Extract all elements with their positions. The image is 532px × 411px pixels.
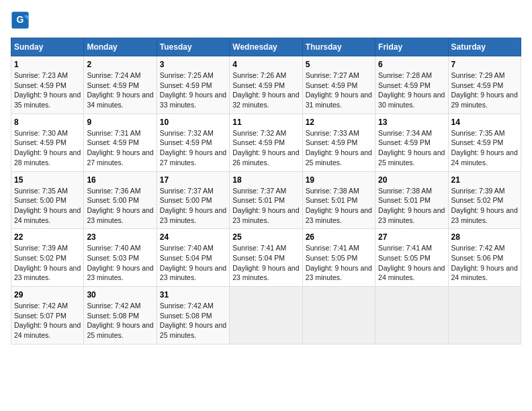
- day-number: 14: [451, 118, 518, 127]
- day-info: Sunrise: 7:23 AMSunset: 4:59 PMDaylight:…: [14, 71, 81, 109]
- calendar-day-cell: 28 Sunrise: 7:42 AMSunset: 5:06 PMDaylig…: [448, 229, 521, 287]
- day-number: 5: [306, 60, 372, 69]
- calendar-day-cell: 5 Sunrise: 7:27 AMSunset: 4:59 PMDayligh…: [302, 56, 375, 114]
- day-info: Sunrise: 7:40 AMSunset: 5:04 PMDaylight:…: [160, 244, 226, 281]
- calendar-day-cell: 18 Sunrise: 7:37 AMSunset: 5:01 PMDaylig…: [230, 171, 302, 229]
- day-info: Sunrise: 7:28 AMSunset: 4:59 PMDaylight:…: [378, 71, 445, 109]
- calendar-day-cell: 10 Sunrise: 7:32 AMSunset: 4:59 PMDaylig…: [157, 113, 229, 171]
- day-number: 1: [14, 60, 81, 69]
- day-info: Sunrise: 7:24 AMSunset: 4:59 PMDaylight:…: [87, 71, 153, 109]
- calendar-day-cell: 19 Sunrise: 7:38 AMSunset: 5:01 PMDaylig…: [302, 171, 375, 229]
- day-number: 30: [87, 290, 153, 300]
- weekday-header: Monday: [84, 38, 157, 56]
- calendar-day-cell: 7 Sunrise: 7:29 AMSunset: 4:59 PMDayligh…: [448, 56, 521, 114]
- calendar-day-cell: 11 Sunrise: 7:32 AMSunset: 4:59 PMDaylig…: [230, 113, 302, 171]
- day-number: 23: [87, 232, 153, 242]
- calendar-day-cell: [375, 287, 448, 345]
- day-number: 6: [378, 60, 445, 69]
- day-info: Sunrise: 7:41 AMSunset: 5:05 PMDaylight:…: [306, 244, 372, 281]
- day-number: 3: [160, 60, 226, 69]
- day-info: Sunrise: 7:42 AMSunset: 5:08 PMDaylight:…: [160, 302, 226, 339]
- weekday-header: Friday: [375, 38, 448, 56]
- calendar-day-cell: 25 Sunrise: 7:41 AMSunset: 5:04 PMDaylig…: [230, 229, 302, 287]
- calendar-day-cell: [230, 287, 302, 345]
- calendar-day-cell: 24 Sunrise: 7:40 AMSunset: 5:04 PMDaylig…: [157, 229, 229, 287]
- calendar-day-cell: 12 Sunrise: 7:33 AMSunset: 4:59 PMDaylig…: [302, 113, 375, 171]
- day-number: 16: [87, 175, 153, 185]
- day-info: Sunrise: 7:40 AMSunset: 5:03 PMDaylight:…: [87, 244, 153, 281]
- calendar-week-row: 15 Sunrise: 7:35 AMSunset: 5:00 PMDaylig…: [11, 171, 521, 229]
- calendar-week-row: 8 Sunrise: 7:30 AMSunset: 4:59 PMDayligh…: [11, 113, 521, 171]
- calendar-day-cell: 13 Sunrise: 7:34 AMSunset: 4:59 PMDaylig…: [375, 113, 448, 171]
- day-info: Sunrise: 7:36 AMSunset: 5:00 PMDaylight:…: [87, 187, 153, 224]
- calendar-day-cell: 29 Sunrise: 7:42 AMSunset: 5:07 PMDaylig…: [11, 287, 84, 345]
- day-number: 11: [232, 118, 299, 127]
- day-number: 19: [306, 175, 372, 185]
- calendar-day-cell: 22 Sunrise: 7:39 AMSunset: 5:02 PMDaylig…: [11, 229, 84, 287]
- day-number: 13: [378, 118, 445, 127]
- day-info: Sunrise: 7:30 AMSunset: 4:59 PMDaylight:…: [14, 129, 81, 167]
- logo: G: [11, 11, 32, 30]
- calendar-day-cell: [302, 287, 375, 345]
- day-info: Sunrise: 7:42 AMSunset: 5:06 PMDaylight:…: [451, 244, 518, 281]
- calendar-day-cell: 21 Sunrise: 7:39 AMSunset: 5:02 PMDaylig…: [448, 171, 521, 229]
- day-number: 9: [87, 118, 153, 127]
- calendar-week-row: 1 Sunrise: 7:23 AMSunset: 4:59 PMDayligh…: [11, 56, 521, 114]
- calendar-table: SundayMondayTuesdayWednesdayThursdayFrid…: [11, 38, 521, 345]
- day-number: 7: [451, 60, 518, 69]
- day-number: 31: [160, 290, 226, 300]
- calendar-day-cell: 6 Sunrise: 7:28 AMSunset: 4:59 PMDayligh…: [375, 56, 448, 114]
- day-number: 4: [232, 60, 299, 69]
- day-info: Sunrise: 7:42 AMSunset: 5:07 PMDaylight:…: [14, 302, 81, 339]
- calendar-day-cell: 20 Sunrise: 7:38 AMSunset: 5:01 PMDaylig…: [375, 171, 448, 229]
- calendar-day-cell: 16 Sunrise: 7:36 AMSunset: 5:00 PMDaylig…: [84, 171, 157, 229]
- calendar-day-cell: 23 Sunrise: 7:40 AMSunset: 5:03 PMDaylig…: [84, 229, 157, 287]
- logo-icon: G: [11, 11, 30, 30]
- day-number: 27: [378, 232, 445, 242]
- calendar-day-cell: 31 Sunrise: 7:42 AMSunset: 5:08 PMDaylig…: [157, 287, 229, 345]
- weekday-header: Tuesday: [157, 38, 229, 56]
- weekday-header: Sunday: [11, 38, 84, 56]
- day-info: Sunrise: 7:32 AMSunset: 4:59 PMDaylight:…: [232, 129, 299, 167]
- calendar-day-cell: 9 Sunrise: 7:31 AMSunset: 4:59 PMDayligh…: [84, 113, 157, 171]
- day-number: 10: [160, 118, 226, 127]
- calendar-day-cell: 30 Sunrise: 7:42 AMSunset: 5:08 PMDaylig…: [84, 287, 157, 345]
- day-info: Sunrise: 7:35 AMSunset: 4:59 PMDaylight:…: [451, 129, 518, 167]
- day-number: 15: [14, 175, 81, 185]
- day-number: 21: [451, 175, 518, 185]
- day-info: Sunrise: 7:31 AMSunset: 4:59 PMDaylight:…: [87, 129, 153, 167]
- day-number: 2: [87, 60, 153, 69]
- day-number: 8: [14, 118, 81, 127]
- day-number: 26: [306, 232, 372, 242]
- header: G: [11, 11, 521, 30]
- calendar-day-cell: 17 Sunrise: 7:37 AMSunset: 5:00 PMDaylig…: [157, 171, 229, 229]
- calendar-day-cell: 26 Sunrise: 7:41 AMSunset: 5:05 PMDaylig…: [302, 229, 375, 287]
- day-number: 20: [378, 175, 445, 185]
- calendar-day-cell: [448, 287, 521, 345]
- day-number: 17: [160, 175, 226, 185]
- day-info: Sunrise: 7:37 AMSunset: 5:00 PMDaylight:…: [160, 187, 226, 224]
- day-number: 12: [306, 118, 372, 127]
- calendar-day-cell: 2 Sunrise: 7:24 AMSunset: 4:59 PMDayligh…: [84, 56, 157, 114]
- day-info: Sunrise: 7:25 AMSunset: 4:59 PMDaylight:…: [160, 71, 226, 109]
- calendar-week-row: 22 Sunrise: 7:39 AMSunset: 5:02 PMDaylig…: [11, 229, 521, 287]
- day-number: 28: [451, 232, 518, 242]
- weekday-header: Wednesday: [230, 38, 302, 56]
- day-info: Sunrise: 7:39 AMSunset: 5:02 PMDaylight:…: [14, 244, 81, 281]
- day-info: Sunrise: 7:34 AMSunset: 4:59 PMDaylight:…: [378, 129, 445, 167]
- day-number: 25: [232, 232, 299, 242]
- calendar-week-row: 29 Sunrise: 7:42 AMSunset: 5:07 PMDaylig…: [11, 287, 521, 345]
- calendar-day-cell: 1 Sunrise: 7:23 AMSunset: 4:59 PMDayligh…: [11, 56, 84, 114]
- calendar-day-cell: 15 Sunrise: 7:35 AMSunset: 5:00 PMDaylig…: [11, 171, 84, 229]
- day-info: Sunrise: 7:39 AMSunset: 5:02 PMDaylight:…: [451, 187, 518, 224]
- day-number: 24: [160, 232, 226, 242]
- day-info: Sunrise: 7:41 AMSunset: 5:05 PMDaylight:…: [378, 244, 445, 281]
- day-info: Sunrise: 7:41 AMSunset: 5:04 PMDaylight:…: [232, 244, 299, 281]
- calendar-day-cell: 27 Sunrise: 7:41 AMSunset: 5:05 PMDaylig…: [375, 229, 448, 287]
- calendar-day-cell: 4 Sunrise: 7:26 AMSunset: 4:59 PMDayligh…: [230, 56, 302, 114]
- day-info: Sunrise: 7:29 AMSunset: 4:59 PMDaylight:…: [451, 71, 518, 109]
- day-info: Sunrise: 7:33 AMSunset: 4:59 PMDaylight:…: [306, 129, 372, 167]
- day-info: Sunrise: 7:38 AMSunset: 5:01 PMDaylight:…: [306, 187, 372, 224]
- day-info: Sunrise: 7:35 AMSunset: 5:00 PMDaylight:…: [14, 187, 81, 224]
- day-info: Sunrise: 7:32 AMSunset: 4:59 PMDaylight:…: [160, 129, 226, 167]
